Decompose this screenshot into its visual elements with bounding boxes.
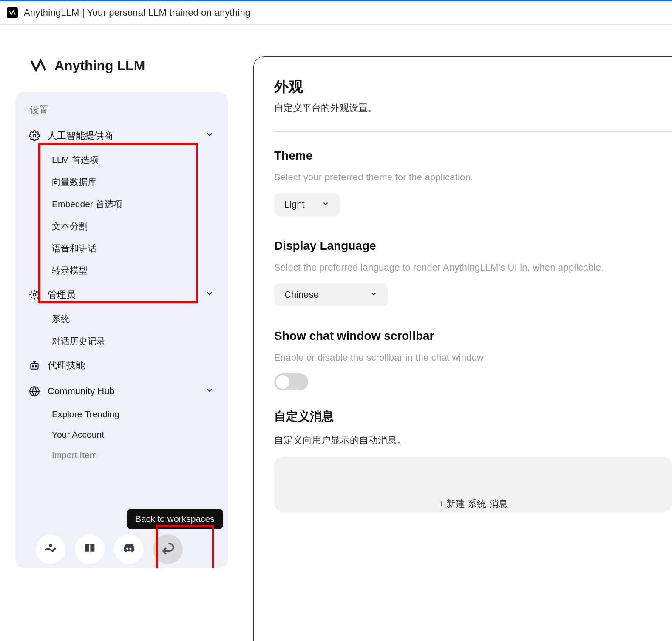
toggle-knob — [276, 375, 289, 389]
language-value: Chinese — [284, 289, 319, 300]
scrollbar-title: Show chat window scrollbar — [274, 329, 672, 343]
sidebar-sub-transcribe[interactable]: 转录模型 — [15, 259, 228, 282]
svg-point-1 — [33, 293, 36, 296]
chevron-down-icon — [205, 289, 214, 301]
custom-msg-title: 自定义消息 — [274, 408, 672, 424]
sidebar-item-community[interactable]: Community Hub — [15, 379, 228, 404]
back-button[interactable] — [153, 534, 183, 564]
sidebar-item-agent[interactable]: 代理技能 — [15, 352, 228, 379]
custom-msg-desc: 自定义向用户显示的自动消息。 — [274, 434, 672, 447]
brand: Anything LLM — [15, 56, 228, 75]
sidebar-item-label: 管理员 — [48, 288, 76, 301]
sidebar-sub-system[interactable]: 系统 — [15, 308, 228, 330]
sidebar: 设置 人工智能提供商 LLM 首选项 向量数据库 Embedder 首选项 文本… — [15, 92, 228, 568]
sidebar-item-admin[interactable]: 管理员 — [15, 282, 228, 308]
sidebar-bottom-row — [36, 534, 183, 564]
main-panel: 外观 自定义平台的外观设置。 Theme Select your preferr… — [253, 56, 672, 641]
docs-button[interactable] — [75, 534, 105, 564]
sidebar-sub-llm-prefs[interactable]: LLM 首选项 — [15, 149, 228, 171]
scrollbar-desc: Enable or disable the scrollbar in the c… — [274, 352, 672, 363]
page-subtitle: 自定义平台的外观设置。 — [274, 102, 672, 114]
sidebar-item-label: 代理技能 — [48, 359, 85, 372]
window-title: AnythingLLM | Your personal LLM trained … — [24, 7, 250, 18]
language-title: Display Language — [274, 239, 672, 253]
robot-icon — [29, 360, 40, 371]
chevron-down-icon — [205, 130, 214, 142]
theme-value: Light — [284, 199, 305, 210]
svg-point-4 — [32, 366, 34, 367]
sidebar-item-label: Community Hub — [48, 386, 115, 397]
custom-msg-box[interactable]: + 新建 系统 消息 — [274, 457, 672, 512]
theme-title: Theme — [274, 149, 672, 162]
svg-rect-3 — [31, 364, 38, 369]
page-title: 外观 — [274, 77, 672, 97]
svg-point-7 — [49, 544, 52, 547]
gear-icon — [29, 130, 40, 141]
globe-icon — [29, 386, 40, 397]
language-select[interactable]: Chinese — [274, 283, 388, 306]
sidebar-sub-voice[interactable]: 语音和讲话 — [15, 237, 228, 259]
chevron-down-icon — [370, 289, 377, 300]
chevron-down-icon — [322, 199, 329, 210]
sidebar-sub-import[interactable]: Import Item — [15, 445, 228, 465]
tooltip-back: Back to workspaces — [127, 509, 223, 529]
sidebar-heading: 设置 — [15, 104, 228, 123]
theme-select[interactable]: Light — [274, 193, 340, 216]
discord-button[interactable] — [114, 534, 144, 564]
sidebar-sub-chat-history[interactable]: 对话历史记录 — [15, 330, 228, 352]
sidebar-item-ai-providers[interactable]: 人工智能提供商 — [15, 123, 228, 149]
scrollbar-toggle[interactable] — [274, 373, 308, 390]
sidebar-item-label: 人工智能提供商 — [48, 129, 113, 142]
svg-point-0 — [33, 134, 36, 137]
divider — [274, 131, 672, 132]
sidebar-sub-text-split[interactable]: 文本分割 — [15, 215, 228, 237]
custom-msg-hint: + 新建 系统 消息 — [438, 498, 508, 510]
brand-logo-icon — [29, 56, 48, 75]
sidebar-sub-vector-db[interactable]: 向量数据库 — [15, 171, 228, 193]
sidebar-sub-account[interactable]: Your Account — [15, 424, 228, 445]
admin-gear-icon — [29, 289, 40, 300]
language-desc: Select the preferred language to render … — [274, 262, 672, 273]
sidebar-sub-explore[interactable]: Explore Trending — [15, 404, 228, 424]
title-bar: AnythingLLM | Your personal LLM trained … — [0, 0, 672, 25]
brand-name: Anything LLM — [54, 58, 145, 74]
sidebar-sub-embedder[interactable]: Embedder 首选项 — [15, 193, 228, 215]
theme-desc: Select your preferred theme for the appl… — [274, 172, 672, 183]
chevron-down-icon — [205, 385, 214, 397]
hand-coin-button[interactable] — [36, 534, 65, 564]
svg-point-5 — [35, 366, 37, 367]
app-icon — [7, 7, 18, 18]
